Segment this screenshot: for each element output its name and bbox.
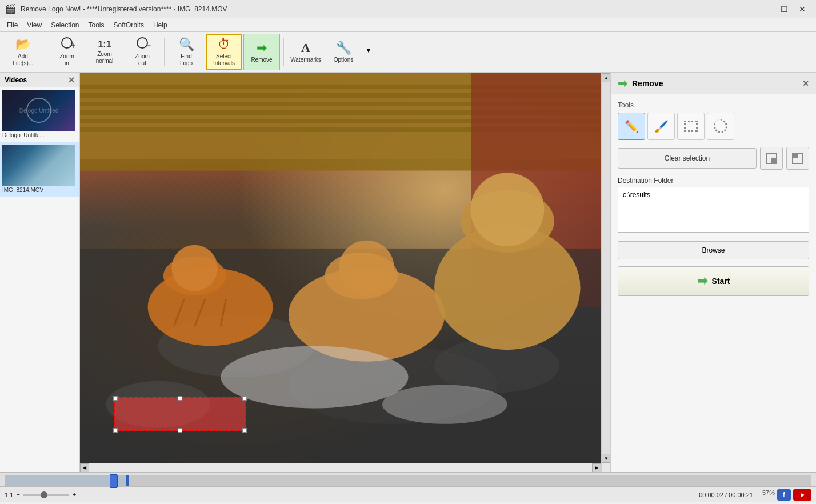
destination-folder-section: Destination Folder c:\results <box>618 177 809 234</box>
videos-close-button[interactable]: ✕ <box>68 75 75 85</box>
browse-button[interactable]: Browse <box>618 241 809 259</box>
youtube-button[interactable]: ▶ <box>793 489 811 501</box>
video-thumb-1: Delogo Untitled <box>2 90 75 131</box>
expand-button-2[interactable] <box>786 147 809 170</box>
options-icon: 🔧 <box>336 41 351 55</box>
zoom-in-icon: + <box>61 37 73 52</box>
remove-label: Remove <box>251 57 272 63</box>
toolbox-close-button[interactable]: ✕ <box>802 79 809 88</box>
zoom-label: 1:1 <box>5 491 13 498</box>
toolbar-separator-2 <box>164 38 165 66</box>
select-intervals-label: SelectIntervals <box>213 53 235 67</box>
scroll-corner <box>601 463 610 472</box>
timeline-thumb[interactable] <box>110 474 118 488</box>
zoom-slider[interactable] <box>23 494 69 496</box>
video-background <box>80 73 601 463</box>
pencil-tool-button[interactable]: ✏️ <box>618 113 645 140</box>
zoom-plus-button[interactable]: + <box>73 491 76 498</box>
selection-handle-bm[interactable] <box>178 428 182 433</box>
pencil-icon: ✏️ <box>625 119 639 133</box>
social-icons: 57% f ▶ <box>762 489 811 501</box>
svg-point-27 <box>382 385 507 424</box>
menu-help[interactable]: Help <box>149 18 172 31</box>
lasso-icon <box>711 117 730 136</box>
destination-folder-input[interactable]: c:\results <box>618 187 809 233</box>
horizontal-scrollbar[interactable]: ◀ ▶ <box>80 463 601 472</box>
start-arrow-icon: ➡ <box>697 274 707 289</box>
maximize-button[interactable]: ☐ <box>775 1 793 17</box>
selection-handle-tl[interactable] <box>113 396 118 401</box>
menu-tools[interactable]: Tools <box>84 18 109 31</box>
facebook-icon: f <box>783 491 785 498</box>
scroll-down-button[interactable]: ▼ <box>602 454 610 463</box>
title-bar: 🎬 Remove Logo Now! - ****Unregistered ve… <box>0 0 816 18</box>
selection-handle-tr[interactable] <box>242 396 247 401</box>
minimize-button[interactable]: — <box>757 1 775 17</box>
zoom-out-button[interactable]: − Zoomout <box>124 34 161 70</box>
selection-handle-tm[interactable] <box>178 396 182 401</box>
zoom-normal-button[interactable]: 1:1 Zoomnormal <box>86 34 123 70</box>
videos-header: Videos ✕ <box>0 73 79 87</box>
scroll-track-vertical[interactable] <box>602 82 610 454</box>
start-label: Start <box>712 277 730 286</box>
videos-title: Videos <box>5 76 27 84</box>
find-logo-button[interactable]: 🔍 FindLogo <box>168 34 205 70</box>
remove-button[interactable]: ➡ Remove <box>243 34 280 70</box>
select-intervals-button[interactable]: ⏱ SelectIntervals <box>206 34 242 70</box>
timeline-track[interactable] <box>5 475 811 486</box>
close-button[interactable]: ✕ <box>793 1 811 17</box>
tools-label: Tools <box>618 101 809 109</box>
destination-folder-label: Destination Folder <box>618 177 809 185</box>
add-files-button[interactable]: 📂 AddFile(s)... <box>5 34 41 70</box>
tools-row: ✏️ 🖌️ <box>618 113 809 140</box>
brush-tool-button[interactable]: 🖌️ <box>647 113 675 140</box>
remove-icon: ➡ <box>257 41 267 55</box>
scroll-up-button[interactable]: ▲ <box>602 73 610 82</box>
youtube-icon: ▶ <box>801 492 805 498</box>
title-bar-left: 🎬 Remove Logo Now! - ****Unregistered ve… <box>5 3 227 14</box>
toolbar-separator-1 <box>45 38 45 66</box>
canvas-area[interactable]: ▲ ▼ ◀ ▶ <box>80 73 610 472</box>
svg-point-16 <box>171 245 218 291</box>
start-button[interactable]: ➡ Start <box>618 266 809 296</box>
toolbar: 📂 AddFile(s)... + Zoomin 1:1 Zoomnormal … <box>0 32 816 73</box>
menu-view[interactable]: View <box>22 18 46 31</box>
facebook-button[interactable]: f <box>777 489 791 501</box>
zoom-normal-label: Zoomnormal <box>96 51 114 65</box>
rectangle-tool-button[interactable] <box>677 113 705 140</box>
app-icon: 🎬 <box>5 3 16 14</box>
watermarks-button[interactable]: A Watermarks <box>287 34 324 70</box>
toolbox-header: ➡ Remove ✕ <box>611 73 816 94</box>
zoom-in-button[interactable]: + Zoomin <box>49 34 85 70</box>
menu-bar: File View Selection Tools SoftOrbits Hel… <box>0 18 816 32</box>
toolbox-title-area: ➡ Remove <box>618 77 663 90</box>
video-item-1[interactable]: Delogo Untitled Delogo_Untitle... <box>0 87 79 142</box>
options-button[interactable]: 🔧 Options <box>325 34 362 70</box>
toolbar-overflow[interactable]: ▼ <box>365 46 372 58</box>
zoom-slider-thumb[interactable] <box>41 491 47 498</box>
scroll-left-button[interactable]: ◀ <box>80 463 89 473</box>
selection-handle-br[interactable] <box>242 428 247 433</box>
lasso-tool-button[interactable] <box>707 113 734 140</box>
timeline-row <box>0 473 816 486</box>
select-intervals-icon: ⏱ <box>218 37 230 52</box>
tools-section: Tools ✏️ 🖌️ <box>618 101 809 140</box>
video-item-2[interactable]: IMG_8214.MOV <box>0 142 79 197</box>
zoom-out-label: Zoomout <box>135 53 150 67</box>
clear-selection-row: Clear selection <box>618 147 809 170</box>
zoom-minus-button[interactable]: − <box>17 491 20 498</box>
clear-selection-button[interactable]: Clear selection <box>618 148 757 169</box>
svg-point-26 <box>221 346 408 408</box>
scroll-right-button[interactable]: ▶ <box>592 463 601 473</box>
logo-selection-box[interactable] <box>114 397 246 431</box>
menu-softorbits[interactable]: SoftOrbits <box>109 18 149 31</box>
title-bar-controls: — ☐ ✕ <box>757 1 811 17</box>
selection-handle-bl[interactable] <box>113 428 118 433</box>
vertical-scrollbar[interactable]: ▲ ▼ <box>601 73 610 463</box>
video-thumb-1-content: Delogo Untitled <box>2 90 75 131</box>
menu-file[interactable]: File <box>2 18 22 31</box>
zoom-controls: 1:1 − + <box>5 491 76 498</box>
expand-button-1[interactable] <box>760 147 783 170</box>
menu-selection[interactable]: Selection <box>46 18 83 31</box>
timeline-playhead <box>126 475 129 486</box>
